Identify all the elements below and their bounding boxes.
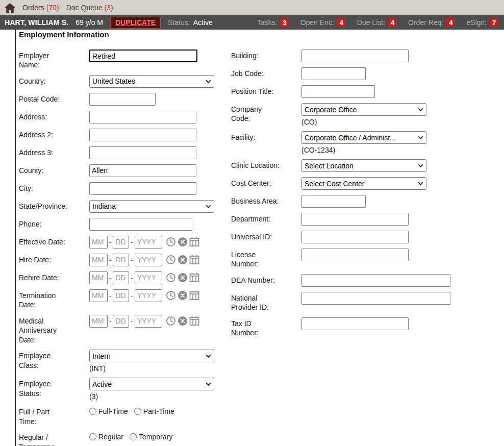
hire-date-mm-input[interactable] <box>89 254 108 266</box>
row-business-area: Business Area: <box>231 195 504 208</box>
row-phone: Phone: <box>19 218 229 231</box>
full-time-option[interactable]: Full-Time <box>89 407 128 415</box>
part-time-option[interactable]: Part-Time <box>134 407 174 415</box>
orders-count: (70) <box>46 4 59 12</box>
clear-icon[interactable] <box>178 237 188 247</box>
full-time-option-label: Full-Time <box>98 407 128 415</box>
due-list-badge: 4 <box>388 18 397 27</box>
doc-queue-link[interactable]: Doc Queue (3) <box>66 4 113 12</box>
effective-date-dd-input[interactable] <box>113 236 129 249</box>
employee-class-select[interactable]: Intern <box>89 350 214 362</box>
termination-date-yyyy-input[interactable] <box>135 289 162 302</box>
clear-icon[interactable] <box>178 255 188 265</box>
rehire-date-mm-input[interactable] <box>89 271 108 284</box>
clear-icon[interactable] <box>178 316 188 326</box>
termination-date-dd-input[interactable] <box>113 289 129 302</box>
medical-anniversary-mm-input[interactable] <box>89 315 108 328</box>
address3-label: Address 3: <box>19 146 68 159</box>
clock-icon[interactable] <box>166 237 176 247</box>
calendar-icon[interactable] <box>189 290 199 301</box>
address-input[interactable] <box>89 111 196 123</box>
county-input[interactable] <box>89 164 196 177</box>
clear-icon[interactable] <box>178 272 188 283</box>
doc-queue-label: Doc Queue <box>66 4 103 12</box>
date-separator: - <box>131 274 133 282</box>
cost-center-select[interactable]: Select Cost Center <box>301 177 426 190</box>
clear-icon[interactable] <box>178 290 188 301</box>
medical-anniversary-yyyy-input[interactable] <box>135 315 162 328</box>
orders-label: Orders <box>22 4 44 12</box>
address-label: Address: <box>19 111 68 123</box>
building-input[interactable] <box>301 49 409 62</box>
state-select[interactable]: Indiana <box>89 200 214 213</box>
address2-label: Address 2: <box>19 129 68 141</box>
clock-icon[interactable] <box>166 255 176 265</box>
employee-class-code: (INT) <box>89 364 214 373</box>
order-req-counter[interactable]: Order Req: 4 <box>408 18 455 27</box>
row-county: County: <box>19 164 229 177</box>
duplicate-flag-button[interactable]: DUPLICATE <box>110 17 161 29</box>
calendar-icon[interactable] <box>189 237 199 247</box>
hire-date-dd-input[interactable] <box>113 254 129 266</box>
medical-anniversary-dd-input[interactable] <box>113 315 129 328</box>
row-employer-name: Employer Name: <box>19 49 229 70</box>
temporary-option[interactable]: Temporary <box>130 433 172 441</box>
calendar-icon[interactable] <box>189 255 199 265</box>
universal-id-input[interactable] <box>301 231 409 243</box>
license-number-input[interactable] <box>301 249 409 261</box>
employer-name-input[interactable] <box>89 49 197 62</box>
temporary-radio[interactable] <box>130 433 137 440</box>
patient-age-sex: 69 y/o M <box>75 18 103 27</box>
part-time-radio[interactable] <box>134 408 141 415</box>
orders-link[interactable]: Orders (70) <box>22 4 59 12</box>
dea-number-input[interactable] <box>301 274 450 287</box>
building-label: Building: <box>231 49 281 62</box>
company-code-select[interactable]: Corporate Office <box>301 103 426 116</box>
address3-input[interactable] <box>89 146 196 159</box>
regular-option[interactable]: Regular <box>89 433 123 441</box>
position-title-label: Position Title: <box>231 85 281 98</box>
effective-date-mm-input[interactable] <box>89 236 108 249</box>
national-provider-id-input[interactable] <box>301 292 450 305</box>
business-area-input[interactable] <box>301 195 366 208</box>
phone-input[interactable] <box>89 218 192 231</box>
clock-icon[interactable] <box>166 290 176 301</box>
clinic-location-select[interactable]: Select Location <box>301 159 426 172</box>
date-separator: - <box>131 292 133 300</box>
facility-select-value: Corporate Office / Administ... <box>305 134 416 142</box>
postal-code-input[interactable] <box>89 93 156 106</box>
rehire-date-yyyy-input[interactable] <box>135 271 162 284</box>
effective-date-yyyy-input[interactable] <box>135 236 162 249</box>
job-code-input[interactable] <box>301 67 366 80</box>
address2-input[interactable] <box>89 129 196 141</box>
hire-date-yyyy-input[interactable] <box>135 254 162 266</box>
counter-badges: Tasks: 3 Open Enc: 4 Due List: 4 Order R… <box>257 18 499 27</box>
tasks-counter[interactable]: Tasks: 3 <box>257 18 289 27</box>
department-input[interactable] <box>301 213 409 226</box>
facility-select[interactable]: Corporate Office / Administ... <box>301 131 426 144</box>
termination-date-mm-input[interactable] <box>89 289 108 302</box>
calendar-icon[interactable] <box>189 272 199 283</box>
esign-counter[interactable]: eSign: 7 <box>466 18 498 27</box>
chevron-down-icon <box>206 203 211 208</box>
clock-icon[interactable] <box>166 272 176 283</box>
due-list-counter[interactable]: Due List: 4 <box>357 18 397 27</box>
due-list-label: Due List: <box>357 18 385 27</box>
clock-icon[interactable] <box>166 316 176 326</box>
open-enc-counter[interactable]: Open Enc: 4 <box>300 18 346 27</box>
employee-status-code: (3) <box>89 392 214 401</box>
full-time-radio[interactable] <box>89 408 96 415</box>
position-title-input[interactable] <box>301 85 375 98</box>
calendar-icon[interactable] <box>189 316 199 326</box>
employee-status-select-value: Active <box>92 380 204 388</box>
home-icon[interactable] <box>5 3 15 13</box>
row-license-number: License Number: <box>231 249 504 269</box>
city-input[interactable] <box>89 182 196 195</box>
regular-radio[interactable] <box>89 433 96 440</box>
rehire-date-dd-input[interactable] <box>113 271 129 284</box>
medical-anniversary-date-group: - - <box>89 315 199 328</box>
country-select[interactable]: United States <box>89 75 214 88</box>
employee-status-select[interactable]: Active <box>89 378 214 390</box>
tax-id-number-input[interactable] <box>301 317 409 330</box>
part-time-option-label: Part-Time <box>143 407 174 415</box>
